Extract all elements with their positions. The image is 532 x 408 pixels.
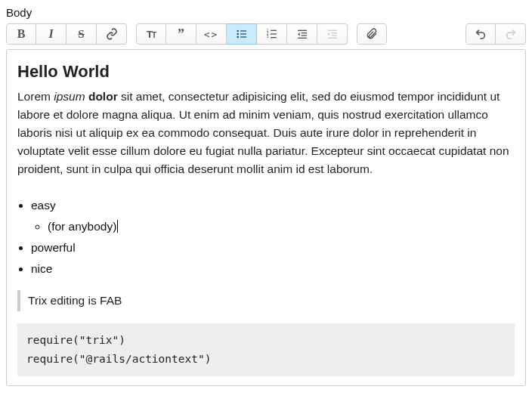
- nested-list: (for anybody): [31, 218, 515, 236]
- para-italic: ipsum: [54, 90, 85, 103]
- svg-rect-17: [331, 32, 336, 33]
- svg-rect-11: [271, 37, 277, 38]
- indent-icon: [326, 28, 339, 40]
- block-format-group: TT ” <> 123: [136, 23, 348, 45]
- history-group: [466, 23, 526, 45]
- svg-rect-19: [328, 38, 337, 39]
- quote-button[interactable]: ”: [166, 23, 196, 45]
- paragraph: Lorem ipsum dolor sit amet, consectetur …: [17, 88, 515, 178]
- svg-rect-3: [240, 33, 246, 34]
- quote-icon: ”: [178, 32, 184, 36]
- svg-rect-1: [240, 30, 246, 31]
- outdent-icon: [296, 28, 308, 40]
- svg-rect-7: [271, 30, 277, 31]
- svg-rect-12: [298, 30, 307, 31]
- list-item-label: (for anybody): [48, 220, 118, 233]
- svg-rect-13: [301, 32, 306, 33]
- code-line: require("trix"): [26, 334, 125, 346]
- number-list-icon: 123: [266, 28, 278, 40]
- heading: Hello World: [17, 59, 515, 85]
- attach-group: [357, 23, 387, 45]
- heading-icon: TT: [147, 29, 156, 40]
- code-block: require("trix") require("@rails/actionte…: [17, 323, 515, 376]
- link-button[interactable]: [97, 23, 127, 45]
- list-item-label: easy: [31, 199, 56, 212]
- paperclip-icon: [366, 28, 378, 40]
- para-text-prefix: Lorem: [17, 90, 54, 103]
- bullet-list: easy (for anybody) powerful nice: [17, 196, 515, 278]
- strikethrough-button[interactable]: S: [66, 23, 97, 45]
- link-icon: [106, 28, 118, 40]
- list-item: (for anybody): [48, 218, 515, 236]
- svg-point-4: [237, 36, 239, 39]
- list-item: easy (for anybody): [31, 196, 515, 236]
- svg-text:3: 3: [266, 35, 268, 39]
- italic-button[interactable]: I: [36, 23, 66, 45]
- svg-rect-14: [301, 35, 306, 36]
- para-bold: dolor: [88, 90, 118, 103]
- bullet-list-button[interactable]: [227, 23, 257, 45]
- heading-button[interactable]: TT: [136, 23, 166, 45]
- bullet-list-icon: [236, 28, 248, 40]
- svg-point-2: [237, 33, 239, 36]
- blockquote: Trix editing is FAB: [17, 290, 515, 311]
- svg-rect-15: [298, 38, 307, 39]
- strikethrough-icon: S: [78, 28, 84, 41]
- code-icon: <>: [204, 29, 219, 40]
- editor-toolbar: B I S TT ” <> 123: [6, 23, 526, 45]
- code-button[interactable]: <>: [196, 23, 227, 45]
- italic-icon: I: [48, 27, 53, 41]
- attach-button[interactable]: [357, 23, 387, 45]
- field-label: Body: [6, 6, 526, 19]
- list-item: powerful: [31, 239, 515, 257]
- list-item: nice: [31, 260, 515, 278]
- svg-rect-18: [331, 35, 336, 36]
- editor-content[interactable]: Hello World Lorem ipsum dolor sit amet, …: [6, 49, 526, 386]
- redo-button: [496, 23, 526, 45]
- svg-rect-9: [271, 33, 277, 34]
- svg-rect-5: [240, 36, 246, 37]
- svg-point-0: [237, 30, 239, 32]
- svg-rect-16: [328, 30, 337, 31]
- code-line: require("@rails/actiontext"): [26, 353, 211, 365]
- indent-button: [317, 23, 348, 45]
- outdent-button[interactable]: [287, 23, 317, 45]
- bold-icon: B: [17, 27, 26, 41]
- bold-button[interactable]: B: [6, 23, 36, 45]
- text-format-group: B I S: [6, 23, 127, 45]
- redo-icon: [505, 28, 517, 40]
- undo-button[interactable]: [466, 23, 496, 45]
- number-list-button[interactable]: 123: [257, 23, 287, 45]
- undo-icon: [475, 28, 487, 40]
